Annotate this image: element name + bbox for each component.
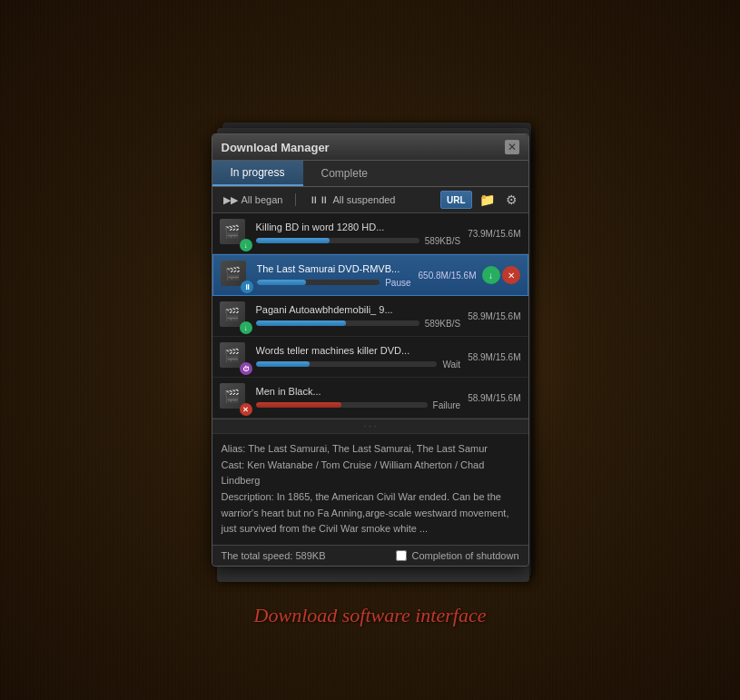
folder-button[interactable]: 📁 — [476, 191, 498, 209]
status-bar: The total speed: 589KB Completion of shu… — [212, 545, 528, 566]
stop-button-2[interactable]: ✕ — [502, 266, 520, 284]
all-began-button[interactable]: ▶▶ All began — [220, 192, 287, 208]
download-item-4[interactable]: 🎬 ⏱ Words teller machines killer DVD... … — [212, 337, 528, 378]
shutdown-checkbox[interactable] — [396, 550, 407, 561]
download-manager-dialog: Download Manager ✕ In progress Complete … — [212, 133, 529, 567]
item-info-2: The Last Samurai DVD-RMVB... Pause — [257, 263, 411, 288]
folder-icon: 📁 — [479, 192, 495, 207]
file-icon-1: 🎬 ↓ — [220, 219, 249, 248]
progress-status-4: Wait — [442, 360, 460, 370]
total-speed: The total speed: 589KB — [222, 550, 326, 561]
progress-bar-2 — [257, 280, 306, 285]
progress-row-4: Wait — [256, 360, 461, 370]
add-url-button[interactable]: URL — [440, 191, 472, 209]
progress-bar-5 — [256, 402, 342, 408]
progress-bar-container-2 — [257, 280, 380, 285]
item-size-4: 58.9M/15.6M — [468, 352, 520, 362]
item-name-5: Men in Black... — [256, 386, 461, 397]
shutdown-container: Completion of shutdown — [396, 550, 518, 561]
file-icon-3: 🎬 ↓ — [220, 301, 249, 330]
progress-row-5: Failure — [256, 400, 461, 410]
info-description: Description: In 1865, the American Civil… — [222, 489, 519, 537]
page-caption: Download software interface — [254, 604, 487, 627]
resize-handle[interactable]: · · · — [212, 419, 528, 433]
download-item-3[interactable]: 🎬 ↓ Pagani Autoawbhdemobili_ 9... 589KB/… — [212, 296, 528, 337]
resume-button-2[interactable]: ↓ — [482, 266, 500, 284]
status-badge-2: ⏸ — [241, 281, 253, 293]
status-badge-3: ↓ — [240, 321, 252, 334]
item-size-1: 73.9M/15.6M — [468, 229, 520, 239]
file-icon-4: 🎬 ⏱ — [220, 342, 249, 371]
item-info-4: Words teller machines killer DVD... Wait — [256, 345, 461, 370]
progress-status-1: 589KB/S — [425, 236, 460, 246]
item-size-5: 58.9M/15.6M — [468, 393, 520, 403]
dialog-title: Download Manager — [222, 141, 330, 154]
download-item-1[interactable]: 🎬 ↓ Killing BD in word 1280 HD... 589KB/… — [212, 213, 528, 254]
progress-status-3: 589KB/S — [425, 319, 460, 329]
tab-bar: In progress Complete — [212, 161, 528, 187]
file-icon-2: 🎬 ⏸ — [221, 261, 250, 290]
progress-bar-container-4 — [256, 361, 438, 367]
status-badge-4: ⏱ — [240, 362, 252, 375]
progress-bar-container-5 — [256, 402, 428, 408]
status-badge-5: ✕ — [240, 403, 252, 416]
tab-in-progress[interactable]: In progress — [212, 161, 303, 186]
item-size-2: 650.8M/15.6M — [419, 271, 477, 281]
settings-button[interactable]: ⚙ — [502, 191, 521, 209]
info-alias: Alias: The Last Samurai, The Last Samura… — [222, 441, 519, 458]
progress-bar-1 — [256, 238, 330, 243]
download-list: 🎬 ↓ Killing BD in word 1280 HD... 589KB/… — [212, 213, 528, 419]
all-suspended-button[interactable]: ⏸⏸ All suspended — [305, 192, 399, 207]
progress-bar-4 — [256, 361, 311, 367]
item-info-5: Men in Black... Failure — [256, 386, 461, 410]
pause-icon: ⏸⏸ — [309, 194, 329, 205]
item-info-1: Killing BD in word 1280 HD... 589KB/S — [256, 222, 461, 246]
close-button[interactable]: ✕ — [505, 140, 519, 154]
progress-status-5: Failure — [433, 400, 461, 410]
progress-row-1: 589KB/S — [256, 236, 461, 246]
progress-row-3: 589KB/S — [256, 319, 461, 329]
progress-status-2: Pause — [385, 278, 410, 288]
item-name-1: Killing BD in word 1280 HD... — [256, 222, 461, 232]
progress-bar-container-3 — [256, 320, 419, 326]
speed-label: The total speed: — [222, 550, 293, 561]
status-badge-1: ↓ — [240, 239, 252, 251]
progress-bar-container-1 — [256, 238, 419, 243]
toolbar-right: URL 📁 ⚙ — [440, 191, 521, 209]
progress-bar-3 — [256, 320, 346, 326]
info-panel: Alias: The Last Samurai, The Last Samura… — [212, 433, 528, 545]
title-bar: Download Manager ✕ — [212, 134, 528, 161]
file-icon-5: 🎬 ✕ — [220, 383, 249, 412]
tab-complete[interactable]: Complete — [303, 161, 386, 186]
item-info-3: Pagani Autoawbhdemobili_ 9... 589KB/S — [256, 304, 461, 329]
item-name-4: Words teller machines killer DVD... — [256, 345, 461, 356]
item-size-3: 58.9M/15.6M — [468, 311, 520, 321]
item-name-2: The Last Samurai DVD-RMVB... — [257, 263, 411, 274]
item-actions-2: ↓ ✕ — [482, 266, 520, 284]
download-item-5[interactable]: 🎬 ✕ Men in Black... Failure 58.9M/15.6M — [212, 378, 528, 419]
play-icon: ▶▶ — [223, 194, 238, 206]
shutdown-label-text: Completion of shutdown — [411, 550, 518, 561]
progress-row-2: Pause — [257, 278, 411, 288]
toolbar: ▶▶ All began ⏸⏸ All suspended URL 📁 ⚙ — [212, 187, 528, 213]
speed-value: 589KB — [295, 550, 325, 561]
settings-icon: ⚙ — [506, 192, 518, 207]
item-name-3: Pagani Autoawbhdemobili_ 9... — [256, 304, 461, 315]
toolbar-separator-1 — [295, 193, 296, 206]
download-item-2[interactable]: 🎬 ⏸ The Last Samurai DVD-RMVB... Pause 6… — [212, 254, 528, 296]
info-cast: Cast: Ken Watanabe / Tom Cruise / Willia… — [222, 458, 519, 489]
